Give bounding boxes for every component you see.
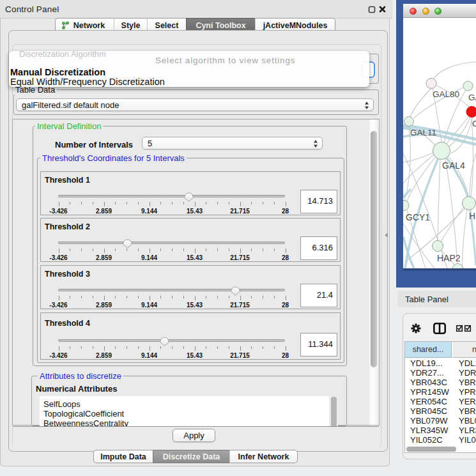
svg-text:GA: GA bbox=[468, 93, 476, 102]
svg-text:GCY1: GCY1 bbox=[406, 212, 430, 222]
svg-text:C: C bbox=[472, 119, 476, 128]
svg-text:H: H bbox=[469, 211, 475, 221]
svg-text:GAL80: GAL80 bbox=[433, 89, 459, 99]
svg-text:GAL11: GAL11 bbox=[410, 128, 436, 137]
svg-text:GAL4: GAL4 bbox=[442, 160, 465, 171]
svg-text:HAP2: HAP2 bbox=[437, 253, 461, 263]
